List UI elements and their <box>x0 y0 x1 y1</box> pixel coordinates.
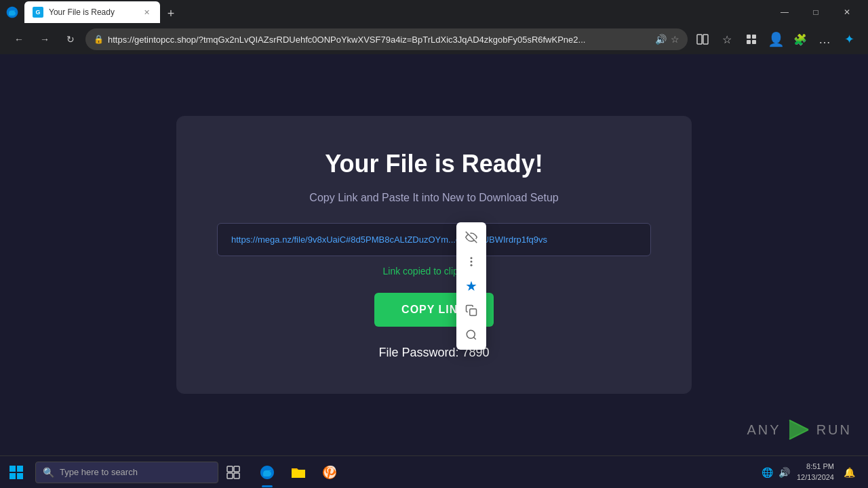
svg-rect-3 <box>752 35 756 39</box>
taskbar-firefox-app[interactable] <box>315 456 344 489</box>
browser-window: G Your File is Ready ✕ + — □ ✕ ← → ↻ 🔒 h… <box>0 0 868 455</box>
edge-taskbar-icon <box>259 464 275 481</box>
tab-bar: G Your File is Ready ✕ + <box>24 1 766 23</box>
svg-rect-22 <box>227 473 233 479</box>
card-title: Your File is Ready! <box>217 150 651 178</box>
main-card: Your File is Ready! Copy Link and Paste … <box>176 116 692 394</box>
context-menu-search[interactable] <box>456 323 486 347</box>
taskbar-search-placeholder: Type here to search <box>60 467 138 477</box>
taskbar-apps <box>252 456 344 489</box>
system-tray: 🌐 🔊 8:51 PM 12/13/2024 🔔 <box>762 456 868 489</box>
context-menu-copilot[interactable] <box>456 274 486 298</box>
taskbar-search-icon: 🔍 <box>43 467 54 478</box>
anyrun-text2: RUN <box>816 422 852 438</box>
system-clock[interactable]: 8:51 PM 12/13/2024 <box>797 462 834 483</box>
refresh-button[interactable]: ↻ <box>60 28 81 50</box>
taskbar-search-box[interactable]: 🔍 Type here to search <box>35 462 218 483</box>
context-menu-hide[interactable] <box>456 225 486 249</box>
forward-button[interactable]: → <box>34 28 56 50</box>
context-menu <box>456 222 486 350</box>
lock-icon: 🔒 <box>94 35 104 44</box>
minimize-button[interactable]: — <box>769 1 800 23</box>
svg-point-8 <box>471 261 473 263</box>
svg-rect-0 <box>697 35 702 44</box>
context-menu-copy[interactable] <box>456 298 486 323</box>
clock-time: 8:51 PM <box>797 462 834 472</box>
svg-rect-1 <box>703 35 708 44</box>
extensions-button[interactable]: 🧩 <box>789 28 811 50</box>
collections-button[interactable] <box>741 28 762 50</box>
svg-point-11 <box>467 330 475 338</box>
taskbar: 🔍 Type here to search <box>0 455 868 488</box>
svg-line-12 <box>473 337 475 339</box>
clock-date: 12/13/2024 <box>797 472 834 483</box>
taskbar-edge-app[interactable] <box>252 456 282 489</box>
context-menu-more[interactable] <box>456 249 486 274</box>
svg-rect-5 <box>752 40 756 44</box>
active-tab[interactable]: G Your File is Ready ✕ <box>24 1 160 23</box>
page-content: Your File is Ready! Copy Link and Paste … <box>0 54 868 455</box>
favorites-bar-button[interactable]: ☆ <box>716 28 738 50</box>
link-copied-text: Link copied to clipboard! <box>217 266 651 277</box>
anyrun-text: ANY <box>747 422 781 438</box>
file-password: File Password: 7890 <box>217 346 651 360</box>
profile-button[interactable]: 👤 <box>765 28 787 50</box>
tab-title: Your File is Ready <box>49 7 136 17</box>
toolbar-actions: ☆ 👤 🧩 … ✦ <box>692 28 860 50</box>
svg-rect-2 <box>747 35 751 39</box>
address-bar[interactable]: 🔒 https://getintopcc.shop/?tmqGx2nLvQIAZ… <box>85 28 688 50</box>
svg-rect-17 <box>17 466 23 472</box>
title-bar: G Your File is Ready ✕ + — □ ✕ <box>0 0 868 24</box>
copilot-button[interactable]: ✦ <box>838 28 860 50</box>
new-tab-button[interactable]: + <box>161 4 180 23</box>
edge-logo-icon <box>5 5 19 19</box>
svg-rect-4 <box>747 40 751 44</box>
window-controls: — □ ✕ <box>769 1 863 23</box>
network-icon[interactable]: 🌐 <box>762 467 773 478</box>
tab-favicon: G <box>33 7 43 18</box>
file-link-box[interactable]: https://mega.nz/file/9v8xUaiC#8d5PMB8cAL… <box>217 223 651 256</box>
tab-close-button[interactable]: ✕ <box>141 7 152 18</box>
split-screen-button[interactable] <box>692 28 713 50</box>
address-text: https://getintopcc.shop/?tmqGx2nLvQIAZsr… <box>108 35 651 45</box>
svg-point-9 <box>471 264 473 266</box>
svg-rect-10 <box>470 309 477 316</box>
subtitle-prefix: Copy Link and Paste It into New <box>309 192 464 203</box>
anyrun-logo: ANY RUN <box>747 418 852 442</box>
back-button[interactable]: ← <box>8 28 30 50</box>
maximize-button[interactable]: □ <box>800 1 831 23</box>
svg-rect-21 <box>234 466 239 472</box>
firefox-icon <box>321 464 338 481</box>
favorites-icon: ☆ <box>671 34 679 45</box>
card-subtitle: Copy Link and Paste It into New to Downl… <box>217 192 651 204</box>
task-view-button[interactable] <box>218 456 248 489</box>
title-bar-left <box>5 5 22 19</box>
task-view-icon <box>226 466 240 479</box>
settings-button[interactable]: … <box>814 28 835 50</box>
svg-rect-18 <box>9 473 16 479</box>
read-aloud-icon: 🔊 <box>655 34 667 45</box>
notification-button[interactable]: 🔔 <box>838 456 860 489</box>
file-link-text: https://mega.nz/file/9v8xUaiC#8d5PMB8cAL… <box>231 235 547 245</box>
svg-point-7 <box>471 257 473 259</box>
subtitle-suffix: to Download Setup <box>467 192 558 203</box>
volume-icon[interactable]: 🔊 <box>778 467 790 478</box>
file-explorer-icon <box>290 464 307 481</box>
start-button[interactable] <box>0 456 33 489</box>
svg-rect-20 <box>227 466 233 472</box>
svg-rect-16 <box>9 466 16 472</box>
tray-icons: 🌐 🔊 <box>762 467 790 478</box>
windows-logo-icon <box>9 465 24 480</box>
taskbar-file-explorer-app[interactable] <box>283 456 313 489</box>
svg-marker-13 <box>789 420 808 439</box>
close-button[interactable]: ✕ <box>831 1 863 23</box>
svg-rect-19 <box>17 473 23 479</box>
browser-toolbar: ← → ↻ 🔒 https://getintopcc.shop/?tmqGx2n… <box>0 24 868 54</box>
svg-rect-23 <box>234 473 239 479</box>
anyrun-play-icon <box>787 418 811 442</box>
